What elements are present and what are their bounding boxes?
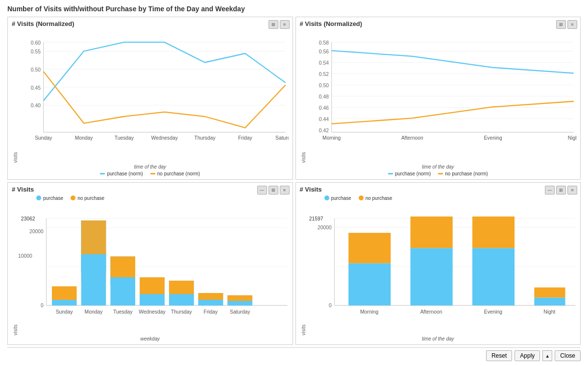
scroll-up-button[interactable]: ▲ [542,350,552,361]
top-left-chart-area: visits 0.60 0.55 0.50 [12,28,289,163]
top-left-icons: ⊞ ≡ [269,20,290,29]
svg-text:Saturday: Saturday [275,135,288,141]
top-right-y-label: visits [300,28,306,163]
top-left-panel: # Visits (Normalized) ⊞ ≡ visits [7,17,293,180]
svg-text:0.44: 0.44 [318,117,328,122]
bl-purchase-label: purchase [43,195,63,201]
bl-legend-purchase: purchase [36,195,63,201]
svg-text:Wednesday: Wednesday [139,309,166,314]
bottom-right-menu-icon[interactable]: ≡ [567,186,577,195]
page-title: Number of Visits with/without Purchase b… [7,5,581,13]
main-container: Number of Visits with/without Purchase b… [0,0,588,366]
svg-text:Friday: Friday [238,135,253,141]
bottom-left-icons: — ⊞ ≡ [257,186,290,195]
purchase-legend-label: purchase (norm) [107,171,143,176]
tr-no-purchase-dot [438,173,443,174]
top-left-expand-icon[interactable]: ⊞ [269,20,278,29]
bar-wednesday-no-purchase [140,277,165,293]
svg-text:Morning: Morning [322,135,341,141]
br-no-purchase-dot [359,195,364,200]
svg-text:0.46: 0.46 [318,105,328,111]
svg-text:0.40: 0.40 [31,103,41,108]
bottom-left-panel: # Visits — ⊞ ≡ purchase no purchase visi… [7,182,293,345]
svg-text:Night: Night [567,135,576,141]
no-purchase-legend-label: no purchase (norm) [157,171,200,176]
apply-button[interactable]: Apply [514,350,540,361]
svg-text:Sunday: Sunday [35,135,52,141]
svg-text:Sunday: Sunday [56,309,74,314]
svg-rect-53 [81,254,106,305]
bottom-right-legend: purchase no purchase [300,195,577,201]
br-no-purchase-label: no purchase [366,195,392,201]
svg-text:Thursday: Thursday [195,135,216,141]
tr-purchase-dot [388,173,393,174]
svg-text:Tuesday: Tuesday [115,135,134,141]
bottom-left-minimize-icon[interactable]: — [257,186,267,195]
top-right-icons: ⊞ ≡ [556,20,577,29]
bottom-right-expand-icon[interactable]: ⊞ [556,186,566,195]
reset-button[interactable]: Reset [486,350,512,361]
top-left-chart-inner: 0.60 0.55 0.50 0.45 0.40 [18,28,289,163]
top-right-title: # Visits (Normalized) [300,20,577,27]
bottom-left-menu-icon[interactable]: ≡ [280,186,290,195]
svg-text:0.54: 0.54 [318,60,328,66]
bar-afternoon-no-purchase [410,216,452,247]
svg-text:0.56: 0.56 [318,49,328,54]
svg-text:20000: 20000 [317,225,331,230]
svg-rect-57 [198,299,223,305]
bar-evening-purchase [472,248,514,305]
bottom-right-panel: # Visits — ⊞ ≡ purchase no purchase visi… [295,182,581,345]
svg-text:Morning: Morning [360,309,379,314]
top-left-x-label: time of the day [12,164,289,170]
bottom-left-expand-icon[interactable]: ⊞ [269,186,278,195]
bottom-left-legend: purchase no purchase [12,195,289,201]
svg-rect-52 [81,220,106,254]
svg-rect-55 [140,294,165,305]
svg-text:10000: 10000 [18,253,32,258]
bottom-right-minimize-icon[interactable]: — [545,186,555,195]
top-left-legend-no-purchase: no purchase (norm) [150,171,200,176]
charts-grid: # Visits (Normalized) ⊞ ≡ visits [7,17,581,345]
br-purchase-dot [324,195,329,200]
svg-text:Afternoon: Afternoon [420,309,442,314]
top-left-menu-icon[interactable]: ≡ [280,20,290,29]
svg-text:0: 0 [328,302,331,308]
br-purchase-label: purchase [331,195,351,201]
bottom-right-y-label: visits [300,202,306,336]
top-left-title: # Visits (Normalized) [12,20,289,27]
bl-legend-no-purchase: no purchase [71,195,104,201]
bottom-left-title: # Visits [12,186,289,193]
bottom-left-chart-area: visits 23062 20000 10000 [12,202,289,336]
bottom-left-chart-inner: 23062 20000 10000 0 [18,202,289,336]
svg-text:Night: Night [543,309,555,314]
top-right-expand-icon[interactable]: ⊞ [556,20,566,29]
tr-no-purchase-label: no purchase (norm) [445,171,488,176]
close-button[interactable]: Close [555,350,581,361]
svg-text:Wednesday: Wednesday [151,135,178,141]
bar-thursday-no-purchase [169,280,194,294]
bar-sunday-no-purchase [52,286,77,300]
svg-text:0.52: 0.52 [318,72,328,77]
bottom-left-svg: 23062 20000 10000 0 [18,202,289,336]
svg-text:0.48: 0.48 [318,94,328,99]
no-purchase-legend-dot [150,173,155,174]
svg-rect-54 [110,277,135,305]
purchase-legend-dot [100,173,105,174]
top-right-chart-area: visits 0.58 0.56 0.54 0.52 [300,28,577,163]
svg-text:Afternoon: Afternoon [401,135,423,141]
svg-text:0.50: 0.50 [318,83,328,88]
bottom-bar: Reset Apply ▲ Close [7,347,581,361]
svg-rect-58 [227,301,252,305]
bar-night-purchase [534,297,565,305]
bottom-left-y-label: visits [12,202,18,336]
top-left-legend-purchase: purchase (norm) [100,171,143,176]
svg-text:Evening: Evening [484,309,502,314]
svg-text:0.60: 0.60 [31,40,41,46]
tr-purchase-label: purchase (norm) [395,171,431,176]
top-right-panel: # Visits (Normalized) ⊞ ≡ visits 0.58 [295,17,581,180]
bottom-right-svg: 21597 20000 0 [306,202,577,336]
top-right-menu-icon[interactable]: ≡ [567,20,577,29]
bottom-left-x-label: weekday [12,336,289,342]
bottom-right-chart-inner: 21597 20000 0 [306,202,577,336]
svg-text:Monday: Monday [85,309,103,314]
